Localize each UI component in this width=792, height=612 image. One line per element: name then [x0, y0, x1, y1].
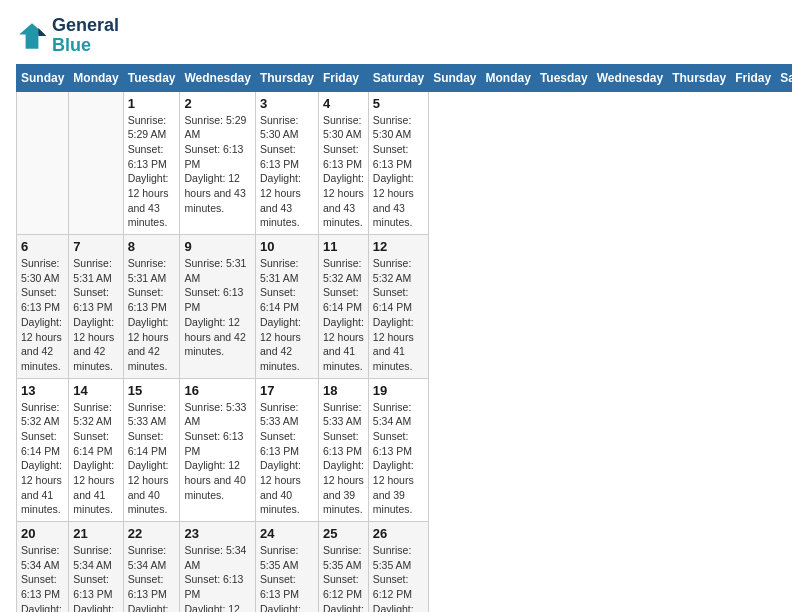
logo-text: General Blue [52, 16, 119, 56]
day-info: Sunrise: 5:34 AMSunset: 6:13 PMDaylight:… [373, 400, 424, 518]
day-info: Sunrise: 5:30 AMSunset: 6:13 PMDaylight:… [373, 113, 424, 231]
calendar-week-4: 20Sunrise: 5:34 AMSunset: 6:13 PMDayligh… [17, 522, 793, 612]
day-number: 8 [128, 239, 176, 254]
day-info: Sunrise: 5:33 AMSunset: 6:13 PMDaylight:… [184, 400, 250, 503]
day-number: 4 [323, 96, 364, 111]
day-number: 9 [184, 239, 250, 254]
day-number: 20 [21, 526, 64, 541]
header-thursday: Thursday [668, 64, 731, 91]
day-number: 6 [21, 239, 64, 254]
day-info: Sunrise: 5:30 AMSunset: 6:13 PMDaylight:… [260, 113, 314, 231]
header-saturday: Saturday [776, 64, 792, 91]
day-number: 13 [21, 383, 64, 398]
header-tuesday: Tuesday [535, 64, 592, 91]
calendar-cell: 18Sunrise: 5:33 AMSunset: 6:13 PMDayligh… [318, 378, 368, 522]
calendar-cell: 3Sunrise: 5:30 AMSunset: 6:13 PMDaylight… [255, 91, 318, 235]
day-info: Sunrise: 5:32 AMSunset: 6:14 PMDaylight:… [73, 400, 118, 518]
calendar-cell: 17Sunrise: 5:33 AMSunset: 6:13 PMDayligh… [255, 378, 318, 522]
header-monday: Monday [69, 64, 123, 91]
day-number: 15 [128, 383, 176, 398]
day-info: Sunrise: 5:34 AMSunset: 6:13 PMDaylight:… [21, 543, 64, 612]
calendar-cell: 9Sunrise: 5:31 AMSunset: 6:13 PMDaylight… [180, 235, 255, 379]
day-number: 22 [128, 526, 176, 541]
day-number: 21 [73, 526, 118, 541]
calendar-cell: 11Sunrise: 5:32 AMSunset: 6:14 PMDayligh… [318, 235, 368, 379]
day-info: Sunrise: 5:34 AMSunset: 6:13 PMDaylight:… [128, 543, 176, 612]
day-info: Sunrise: 5:32 AMSunset: 6:14 PMDaylight:… [323, 256, 364, 374]
header-monday: Monday [481, 64, 535, 91]
header-sunday: Sunday [17, 64, 69, 91]
day-number: 12 [373, 239, 424, 254]
header-sunday: Sunday [429, 64, 481, 91]
day-info: Sunrise: 5:34 AMSunset: 6:13 PMDaylight:… [184, 543, 250, 612]
calendar-cell: 6Sunrise: 5:30 AMSunset: 6:13 PMDaylight… [17, 235, 69, 379]
day-info: Sunrise: 5:35 AMSunset: 6:12 PMDaylight:… [323, 543, 364, 612]
day-number: 14 [73, 383, 118, 398]
calendar-week-1: 1Sunrise: 5:29 AMSunset: 6:13 PMDaylight… [17, 91, 793, 235]
day-info: Sunrise: 5:31 AMSunset: 6:13 PMDaylight:… [128, 256, 176, 374]
day-number: 1 [128, 96, 176, 111]
calendar-cell: 14Sunrise: 5:32 AMSunset: 6:14 PMDayligh… [69, 378, 123, 522]
day-number: 18 [323, 383, 364, 398]
day-info: Sunrise: 5:35 AMSunset: 6:12 PMDaylight:… [373, 543, 424, 612]
day-number: 10 [260, 239, 314, 254]
day-number: 26 [373, 526, 424, 541]
calendar-cell: 21Sunrise: 5:34 AMSunset: 6:13 PMDayligh… [69, 522, 123, 612]
header-wednesday: Wednesday [592, 64, 667, 91]
day-info: Sunrise: 5:33 AMSunset: 6:14 PMDaylight:… [128, 400, 176, 518]
calendar-cell: 24Sunrise: 5:35 AMSunset: 6:13 PMDayligh… [255, 522, 318, 612]
day-number: 5 [373, 96, 424, 111]
calendar-cell [69, 91, 123, 235]
calendar-cell: 23Sunrise: 5:34 AMSunset: 6:13 PMDayligh… [180, 522, 255, 612]
day-number: 25 [323, 526, 364, 541]
calendar-cell: 20Sunrise: 5:34 AMSunset: 6:13 PMDayligh… [17, 522, 69, 612]
day-number: 7 [73, 239, 118, 254]
day-info: Sunrise: 5:31 AMSunset: 6:13 PMDaylight:… [73, 256, 118, 374]
header-friday: Friday [318, 64, 368, 91]
svg-marker-1 [38, 28, 46, 36]
header-saturday: Saturday [368, 64, 428, 91]
day-number: 19 [373, 383, 424, 398]
header-tuesday: Tuesday [123, 64, 180, 91]
day-number: 11 [323, 239, 364, 254]
calendar-cell: 4Sunrise: 5:30 AMSunset: 6:13 PMDaylight… [318, 91, 368, 235]
calendar-cell: 26Sunrise: 5:35 AMSunset: 6:12 PMDayligh… [368, 522, 428, 612]
calendar-cell: 22Sunrise: 5:34 AMSunset: 6:13 PMDayligh… [123, 522, 180, 612]
day-info: Sunrise: 5:31 AMSunset: 6:13 PMDaylight:… [184, 256, 250, 359]
day-number: 24 [260, 526, 314, 541]
calendar-cell: 5Sunrise: 5:30 AMSunset: 6:13 PMDaylight… [368, 91, 428, 235]
logo: General Blue [16, 16, 119, 56]
calendar-cell: 25Sunrise: 5:35 AMSunset: 6:12 PMDayligh… [318, 522, 368, 612]
calendar-cell: 1Sunrise: 5:29 AMSunset: 6:13 PMDaylight… [123, 91, 180, 235]
day-info: Sunrise: 5:33 AMSunset: 6:13 PMDaylight:… [323, 400, 364, 518]
day-info: Sunrise: 5:31 AMSunset: 6:14 PMDaylight:… [260, 256, 314, 374]
day-info: Sunrise: 5:30 AMSunset: 6:13 PMDaylight:… [323, 113, 364, 231]
calendar-week-2: 6Sunrise: 5:30 AMSunset: 6:13 PMDaylight… [17, 235, 793, 379]
logo-icon [16, 20, 48, 52]
day-number: 3 [260, 96, 314, 111]
day-info: Sunrise: 5:32 AMSunset: 6:14 PMDaylight:… [373, 256, 424, 374]
day-info: Sunrise: 5:29 AMSunset: 6:13 PMDaylight:… [128, 113, 176, 231]
calendar-cell: 16Sunrise: 5:33 AMSunset: 6:13 PMDayligh… [180, 378, 255, 522]
header-friday: Friday [731, 64, 776, 91]
calendar-header-row: SundayMondayTuesdayWednesdayThursdayFrid… [17, 64, 793, 91]
header-thursday: Thursday [255, 64, 318, 91]
calendar-week-3: 13Sunrise: 5:32 AMSunset: 6:14 PMDayligh… [17, 378, 793, 522]
calendar-cell: 15Sunrise: 5:33 AMSunset: 6:14 PMDayligh… [123, 378, 180, 522]
calendar-cell: 8Sunrise: 5:31 AMSunset: 6:13 PMDaylight… [123, 235, 180, 379]
calendar-cell [17, 91, 69, 235]
day-info: Sunrise: 5:32 AMSunset: 6:14 PMDaylight:… [21, 400, 64, 518]
calendar-cell: 13Sunrise: 5:32 AMSunset: 6:14 PMDayligh… [17, 378, 69, 522]
day-number: 23 [184, 526, 250, 541]
calendar-cell: 12Sunrise: 5:32 AMSunset: 6:14 PMDayligh… [368, 235, 428, 379]
calendar-cell: 2Sunrise: 5:29 AMSunset: 6:13 PMDaylight… [180, 91, 255, 235]
day-info: Sunrise: 5:35 AMSunset: 6:13 PMDaylight:… [260, 543, 314, 612]
calendar-cell: 19Sunrise: 5:34 AMSunset: 6:13 PMDayligh… [368, 378, 428, 522]
calendar-cell: 10Sunrise: 5:31 AMSunset: 6:14 PMDayligh… [255, 235, 318, 379]
page-header: General Blue [16, 16, 776, 56]
calendar-table: SundayMondayTuesdayWednesdayThursdayFrid… [16, 64, 792, 612]
day-number: 17 [260, 383, 314, 398]
calendar-cell: 7Sunrise: 5:31 AMSunset: 6:13 PMDaylight… [69, 235, 123, 379]
header-wednesday: Wednesday [180, 64, 255, 91]
day-info: Sunrise: 5:29 AMSunset: 6:13 PMDaylight:… [184, 113, 250, 216]
